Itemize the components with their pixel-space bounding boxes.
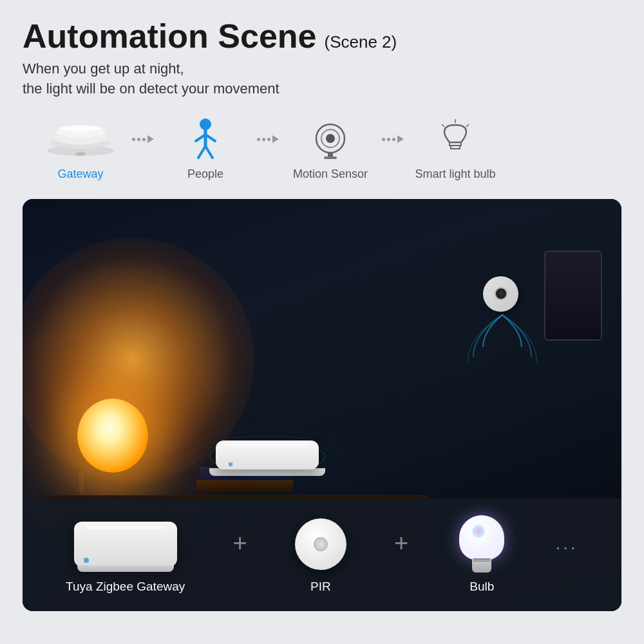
scene-subtitle: (Scene 2) <box>325 32 397 52</box>
bulb-product-image <box>456 515 507 573</box>
smart-bulb-label: Smart light bulb <box>415 167 495 181</box>
flow-item-motion-sensor: Motion Sensor <box>279 117 382 181</box>
scene-photo: Tuya Zigbee Gateway + PIR + <box>23 199 621 611</box>
tv-device <box>544 251 602 341</box>
svg-line-9 <box>205 146 213 158</box>
gateway-label: Gateway <box>57 167 103 181</box>
product-bar: Tuya Zigbee Gateway + PIR + <box>23 498 621 611</box>
orb-lamp <box>77 399 148 473</box>
pir-product-image <box>295 515 346 573</box>
svg-rect-19 <box>451 146 460 149</box>
plus-sign-2: + <box>394 529 408 557</box>
bulb-product-name: Bulb <box>469 580 494 594</box>
bulb-base <box>472 558 491 573</box>
bulb-screw <box>473 558 490 562</box>
description-line2: the light will be on detect your movemen… <box>23 80 279 97</box>
sensor-body <box>483 276 518 312</box>
flow-item-people: People <box>154 117 257 181</box>
more-dots: ... <box>556 533 578 554</box>
flow-item-smart-bulb: Smart light bulb <box>404 117 507 181</box>
people-flow-icon <box>188 117 223 162</box>
main-title: Automation Scene <box>23 19 317 53</box>
flow-item-gateway: Gateway <box>29 117 132 181</box>
gateway-device-body <box>216 440 319 469</box>
pir-button <box>314 537 328 551</box>
page-container: Automation Scene (Scene 2) When you get … <box>0 0 644 644</box>
people-label: People <box>187 167 223 181</box>
pir-product-name: PIR <box>310 580 331 594</box>
sensor-wave-svg <box>460 312 544 363</box>
bulb-product-shape <box>456 515 507 573</box>
motion-sensor-wall-device <box>483 276 518 357</box>
plus-sign-1: + <box>232 529 247 557</box>
svg-point-1 <box>59 125 102 131</box>
gateway-table-device <box>209 440 325 486</box>
svg-point-12 <box>326 134 335 143</box>
bulb-globe <box>459 515 504 560</box>
svg-line-17 <box>442 124 444 127</box>
gateway-product-name: Tuya Zigbee Gateway <box>66 580 185 594</box>
svg-line-16 <box>466 124 469 127</box>
arrow-1 <box>132 135 154 162</box>
description-text: When you get up at night, the light will… <box>23 59 621 99</box>
bulb-product-item: Bulb <box>456 515 507 594</box>
pir-product-circle <box>295 518 346 570</box>
svg-line-8 <box>198 146 205 158</box>
arrow-3 <box>382 135 404 162</box>
gateway-product-image <box>74 515 177 573</box>
bulb-svg-icon <box>438 118 473 162</box>
gateway-product-box <box>74 522 177 567</box>
gateway-svg-icon <box>45 122 116 157</box>
gateway-flow-icon <box>45 117 116 162</box>
sensor-lens <box>495 287 507 300</box>
gateway-product-item: Tuya Zigbee Gateway <box>66 515 185 594</box>
motion-sensor-flow-icon <box>311 117 350 162</box>
pir-product-item: PIR <box>295 515 346 594</box>
flow-diagram: Gateway People <box>23 117 621 181</box>
motion-sensor-label: Motion Sensor <box>293 167 368 181</box>
person-svg-icon <box>188 118 223 162</box>
description-line1: When you get up at night, <box>23 61 184 77</box>
svg-point-4 <box>200 118 211 130</box>
smart-bulb-flow-icon <box>438 117 473 162</box>
title-row: Automation Scene (Scene 2) <box>23 19 621 53</box>
svg-point-3 <box>75 152 86 156</box>
svg-rect-14 <box>324 156 337 159</box>
lamp-base <box>79 471 84 493</box>
arrow-2 <box>257 135 279 162</box>
motion-sensor-svg-icon <box>311 120 350 159</box>
